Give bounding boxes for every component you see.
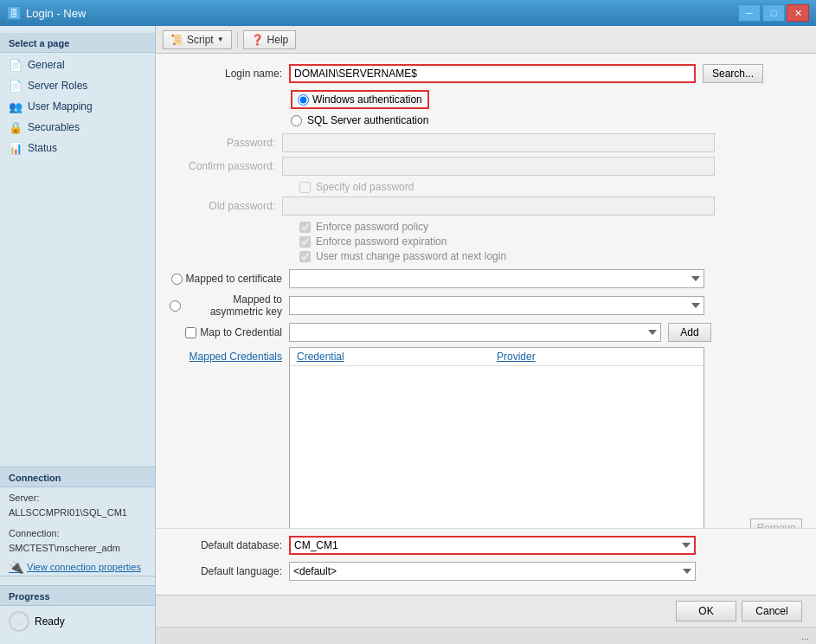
mapped-credentials-label: Mapped Credentials <box>170 347 282 363</box>
minimize-button[interactable]: ─ <box>738 4 761 22</box>
sidebar-label-user-mapping: User Mapping <box>28 100 93 113</box>
connection-section-title: Connection <box>0 467 155 487</box>
mapped-key-label: Mapped to asymmetric key <box>184 293 282 318</box>
credential-col-header: Credential <box>297 351 497 363</box>
form-area: Login name: Search... Windows authentica… <box>156 54 816 528</box>
sidebar-label-securables: Securables <box>28 121 80 133</box>
script-dropdown-icon: ▼ <box>217 35 224 43</box>
sidebar-item-server-roles[interactable]: 📄 Server Roles <box>0 75 155 96</box>
select-page-title: Select a page <box>0 33 155 53</box>
securables-icon: 🔒 <box>9 120 22 134</box>
remove-button[interactable]: Remove <box>750 518 802 528</box>
map-credential-row: Map to Credential Add <box>170 323 802 342</box>
credentials-header: Credential Provider <box>290 348 704 366</box>
login-name-label: Login name: <box>170 68 282 80</box>
map-credential-checkbox[interactable] <box>185 327 196 338</box>
specify-old-password-label: Specify old password <box>316 181 414 193</box>
sidebar-item-user-mapping[interactable]: 👥 User Mapping <box>0 96 155 117</box>
bottom-form: Default database: CM_CM1 Default languag… <box>156 528 816 595</box>
connection-link-icon: 🔌 <box>9 560 23 574</box>
toolbar-separator <box>237 31 238 48</box>
help-label: Help <box>267 34 289 46</box>
default-database-label: Default database: <box>170 539 282 551</box>
mapped-key-row: Mapped to asymmetric key <box>170 293 802 318</box>
ok-button[interactable]: OK <box>676 601 736 621</box>
sql-auth-radio[interactable] <box>291 115 302 126</box>
progress-title: Progress <box>0 585 155 606</box>
sidebar-label-general: General <box>28 59 65 71</box>
default-database-select[interactable]: CM_CM1 <box>289 536 696 555</box>
old-password-label: Old password: <box>170 200 282 212</box>
window-title: Login - New <box>26 7 86 20</box>
mapped-key-radio[interactable] <box>170 300 181 312</box>
cancel-button[interactable]: Cancel <box>742 601 802 621</box>
provider-col-header: Provider <box>497 351 697 363</box>
search-button[interactable]: Search... <box>703 64 763 83</box>
mapped-credentials-row: Mapped Credentials Credential Provider R… <box>170 347 802 528</box>
add-credential-button[interactable]: Add <box>668 323 711 342</box>
password-label: Password: <box>170 137 282 149</box>
progress-status: Ready <box>35 615 65 628</box>
mapped-key-select[interactable] <box>289 296 704 315</box>
restore-button[interactable]: □ <box>762 4 785 22</box>
enforce-expiration-checkbox[interactable] <box>299 236 311 248</box>
mapped-key-label-container: Mapped to asymmetric key <box>170 293 282 318</box>
confirm-password-input[interactable] <box>282 157 715 176</box>
view-connection-link[interactable]: 🔌 View connection properties <box>0 558 155 576</box>
password-input[interactable] <box>282 133 715 152</box>
view-connection-label: View connection properties <box>27 562 141 572</box>
credentials-table: Credential Provider <box>289 347 704 528</box>
password-row: Password: <box>170 133 802 152</box>
content-area: 📜 Script ▼ ❓ Help Login name: Search... <box>156 26 816 644</box>
window-controls: ─ □ ✕ <box>738 4 809 22</box>
windows-auth-label: Windows authentication <box>312 93 422 106</box>
windows-auth-radio[interactable] <box>298 94 309 106</box>
login-name-row: Login name: Search... <box>170 64 802 83</box>
status-bar: ... <box>156 627 816 644</box>
enforce-policy-checkbox[interactable] <box>299 222 311 233</box>
mapped-cert-select[interactable] <box>289 269 704 288</box>
default-database-row: Default database: CM_CM1 <box>170 536 802 555</box>
default-language-row: Default language: <default> <box>170 562 802 581</box>
connection-value: SMCTEST\mscherer_adm <box>9 543 120 553</box>
confirm-password-row: Confirm password: <box>170 157 802 176</box>
login-name-input[interactable] <box>289 64 696 83</box>
help-icon: ❓ <box>251 34 264 46</box>
must-change-row: User must change password at next login <box>299 250 802 262</box>
must-change-checkbox[interactable] <box>299 251 311 262</box>
sidebar-item-securables[interactable]: 🔒 Securables <box>0 117 155 138</box>
map-credential-label: Map to Credential <box>200 326 282 338</box>
sql-auth-label: SQL Server authentication <box>307 114 428 126</box>
specify-old-password-checkbox[interactable] <box>299 182 311 193</box>
sidebar-label-status: Status <box>28 142 57 154</box>
mapped-cert-row: Mapped to certificate <box>170 269 802 288</box>
windows-auth-highlight: Windows authentication <box>291 90 429 109</box>
sql-auth-row: SQL Server authentication <box>291 114 802 126</box>
enforce-policy-label: Enforce password policy <box>316 221 428 233</box>
title-bar: 🗄 Login - New ─ □ ✕ <box>0 0 816 26</box>
server-roles-icon: 📄 <box>9 79 22 93</box>
enforce-expiration-row: Enforce password expiration <box>299 235 802 248</box>
server-label-text: Server: ALLSCCMPRI01\SQL_CM1 <box>0 487 155 523</box>
default-language-select[interactable]: <default> <box>289 562 696 581</box>
connection-label-text: Connection: SMCTEST\mscherer_adm <box>0 523 155 558</box>
status-icon: 📊 <box>9 141 22 155</box>
sidebar: Select a page 📄 General 📄 Server Roles 👥… <box>0 26 156 644</box>
old-password-row: Old password: <box>170 196 802 216</box>
main-container: Select a page 📄 General 📄 Server Roles 👥… <box>0 26 816 644</box>
old-password-input[interactable] <box>282 196 715 216</box>
script-button[interactable]: 📜 Script ▼ <box>163 30 232 49</box>
mapped-cert-radio[interactable] <box>171 274 183 285</box>
sidebar-item-status[interactable]: 📊 Status <box>0 138 155 158</box>
help-button[interactable]: ❓ Help <box>243 30 297 49</box>
default-language-label: Default language: <box>170 565 282 577</box>
progress-section: Progress ○ Ready <box>0 576 155 637</box>
enforce-expiration-label: Enforce password expiration <box>316 235 447 248</box>
confirm-password-label: Confirm password: <box>170 160 282 172</box>
app-icon: 🗄 <box>7 6 21 20</box>
script-label: Script <box>187 34 214 46</box>
sidebar-item-general[interactable]: 📄 General <box>0 55 155 75</box>
close-button[interactable]: ✕ <box>787 4 809 22</box>
map-credential-select[interactable] <box>289 323 661 342</box>
map-credential-label-container: Map to Credential <box>170 326 282 338</box>
